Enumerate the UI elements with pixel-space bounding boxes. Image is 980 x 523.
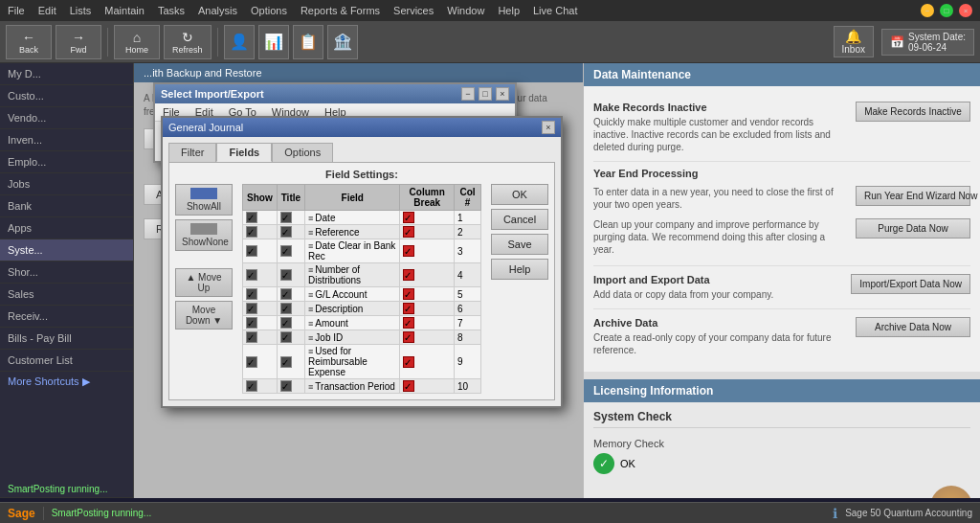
info-icon[interactable]: ℹ	[833, 506, 837, 521]
menu-services[interactable]: Services	[393, 5, 434, 16]
sidebar-item-receiv[interactable]: Receiv...	[0, 306, 133, 328]
table-row: ✓✓≡Description✓6	[243, 302, 481, 316]
sidebar-more-shortcuts[interactable]: More Shortcuts ▶	[0, 372, 133, 392]
menu-edit[interactable]: Edit	[38, 5, 56, 16]
toolbar-forward-button[interactable]: → Fwd	[56, 25, 101, 59]
sidebar-item-jobs[interactable]: Jobs	[0, 173, 133, 195]
journal-tab-filter[interactable]: Filter	[168, 143, 216, 162]
system-date-value: 09-06-24	[908, 42, 966, 53]
journal-cancel-button[interactable]: Cancel	[491, 209, 548, 230]
toolbar-icon-btn-4[interactable]: 🏦	[327, 25, 358, 59]
journal-ok-button[interactable]: OK	[491, 184, 548, 205]
status-right: ℹ Sage 50 Quantum Accounting	[833, 506, 972, 521]
move-down-button[interactable]: Move Down ▼	[175, 301, 233, 330]
toolbar-home-button[interactable]: ⌂ Home	[114, 25, 160, 59]
import-export-data-button[interactable]: Import/Export Data Now	[851, 274, 970, 294]
toolbar-icon-btn-3[interactable]: 📋	[293, 25, 323, 59]
show-checkbox[interactable]: ✓	[246, 212, 257, 223]
col-field: Field	[305, 185, 400, 211]
import-export-title-right: Import and Export Data	[593, 274, 843, 285]
make-inactive-title: Make Records Inactive	[593, 102, 848, 113]
purge-data-desc: Clean up your company and improve perfor…	[593, 218, 848, 256]
menu-options[interactable]: Options	[251, 5, 287, 16]
col-num: Col #	[455, 185, 481, 211]
menu-tasks[interactable]: Tasks	[158, 5, 185, 16]
sidebar: My D... Custo... Vendo... Inven... Emplo…	[0, 63, 134, 498]
table-row: ✓✓≡Amount✓7	[243, 316, 481, 330]
move-up-button[interactable]: ▲ Move Up	[175, 268, 233, 297]
menu-file[interactable]: File	[8, 5, 25, 16]
sidebar-item-vend[interactable]: Vendo...	[0, 107, 133, 129]
journal-close-btn[interactable]: ×	[542, 121, 555, 134]
import-minimize-btn[interactable]: −	[461, 87, 475, 101]
sidebar-item-myd[interactable]: My D...	[0, 63, 133, 85]
inbox-button[interactable]: 🔔 Inbox	[834, 26, 874, 57]
year-end-wizard-button[interactable]: Run Year End Wizard Now	[856, 186, 970, 206]
import-close-btn[interactable]: ×	[496, 87, 509, 101]
sidebar-item-bills[interactable]: Bills - Pay Bill	[0, 328, 133, 350]
table-row: ✓✓≡Date Clear in Bank Rec✓3	[243, 239, 481, 263]
col-title: Title	[277, 185, 304, 211]
field-settings-title: Field Settings:	[175, 169, 548, 180]
ok-status-icon: ✓	[593, 453, 614, 474]
menu-help[interactable]: Help	[498, 5, 520, 16]
sidebar-item-inven[interactable]: Inven...	[0, 129, 133, 151]
year-end-title: Year End Processing	[593, 168, 970, 179]
table-row: ✓✓≡G/L Account✓5	[243, 287, 481, 302]
table-row: ✓✓≡Job ID✓8	[243, 330, 481, 345]
import-export-desc: Add data or copy data from your company.	[593, 288, 843, 301]
status-separator	[43, 507, 44, 520]
journal-tab-options[interactable]: Options	[272, 143, 333, 162]
make-inactive-desc: Quickly make multiple customer and vendo…	[593, 116, 848, 153]
maximize-button[interactable]: □	[940, 4, 953, 17]
menu-live-chat[interactable]: Live Chat	[533, 5, 577, 16]
make-inactive-button[interactable]: Make Records Inactive	[856, 102, 970, 122]
toolbar-back-button[interactable]: ← Back	[6, 25, 52, 59]
toolbar-refresh-button[interactable]: ↻ Refresh	[164, 25, 212, 59]
table-row: ✓✓≡Transaction Period✓10	[243, 379, 481, 394]
minimize-button[interactable]: −	[921, 4, 934, 17]
sidebar-item-bank[interactable]: Bank	[0, 195, 133, 217]
toolbar-icon-btn-2[interactable]: 📊	[258, 25, 289, 59]
field-table: Show Title Field Column Break Col # ✓✓≡D…	[242, 184, 481, 394]
show-none-button[interactable]: ShowNone	[175, 219, 233, 251]
memory-check-item: Memory Check	[593, 434, 970, 453]
top-menu-bar: File Edit Lists Maintain Tasks Analysis …	[0, 0, 980, 21]
journal-content: Field Settings: ShowAll ShowNone ▲ Move …	[168, 162, 555, 400]
sidebar-item-apps[interactable]: Apps	[0, 217, 133, 239]
journal-dialog: General Journal × Filter Fields Options …	[161, 116, 563, 408]
journal-titlebar: General Journal ×	[163, 118, 561, 137]
table-row: ✓✓≡Date✓1	[243, 211, 481, 225]
import-export-text: Import and Export Data Add data or copy …	[593, 274, 843, 301]
field-action-buttons: ShowAll ShowNone ▲ Move Up Move Down ▼	[175, 184, 233, 394]
journal-help-button[interactable]: Help	[491, 259, 548, 280]
menu-lists[interactable]: Lists	[70, 5, 92, 16]
archive-data-button[interactable]: Archive Data Now	[856, 317, 970, 337]
sidebar-item-custlist[interactable]: Customer List	[0, 350, 133, 372]
content-header-text: ...ith Backup and Restore	[144, 67, 262, 79]
import-maximize-btn[interactable]: □	[479, 87, 492, 101]
toolbar-icon-btn-1[interactable]: 👤	[224, 25, 255, 59]
main-layout: My D... Custo... Vendo... Inven... Emplo…	[0, 63, 980, 498]
system-check-title: System Check	[593, 410, 970, 428]
sidebar-item-emplo[interactable]: Emplo...	[0, 151, 133, 173]
data-maintenance-body: Make Records Inactive Quickly make multi…	[584, 86, 980, 372]
menu-maintain[interactable]: Maintain	[104, 5, 145, 16]
purge-data-button[interactable]: Purge Data Now	[856, 218, 970, 239]
show-all-button[interactable]: ShowAll	[175, 184, 233, 216]
sidebar-item-system[interactable]: Syste...	[0, 239, 133, 262]
journal-save-button[interactable]: Save	[491, 234, 548, 255]
sidebar-item-cust[interactable]: Custo...	[0, 85, 133, 107]
sidebar-item-sales[interactable]: Sales	[0, 284, 133, 306]
archive-data-title: Archive Data	[593, 317, 848, 329]
import-export-title: Select Import/Export	[161, 88, 264, 100]
sidebar-item-shor[interactable]: Shor...	[0, 262, 133, 284]
journal-tab-fields[interactable]: Fields	[216, 143, 272, 162]
menu-window[interactable]: Window	[447, 5, 484, 16]
sidebar-smart-posting: SmartPosting running...	[0, 481, 133, 498]
menu-reports[interactable]: Reports & Forms	[301, 5, 380, 16]
menu-analysis[interactable]: Analysis	[198, 5, 237, 16]
year-end-desc1: To enter data in a new year, you need to…	[593, 186, 848, 211]
close-button[interactable]: ×	[959, 4, 972, 17]
journal-controls: ×	[542, 121, 555, 134]
